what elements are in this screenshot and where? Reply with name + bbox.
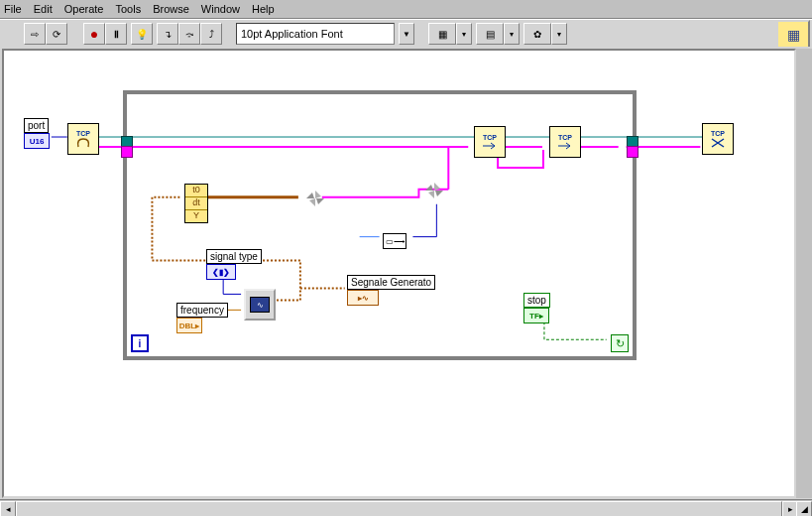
- tcp-label: TCP: [711, 130, 725, 137]
- type-cast-node[interactable]: [422, 180, 446, 201]
- control-frequency[interactable]: frequency DBL▸: [176, 303, 228, 333]
- control-port-terminal[interactable]: U16: [24, 133, 50, 149]
- control-stop[interactable]: stop TF▸: [523, 293, 550, 323]
- simulate-signal-express-vi[interactable]: ∿: [244, 289, 276, 321]
- resize-grip[interactable]: ◢: [796, 501, 812, 516]
- abort-group: ● Ⅱ: [83, 23, 127, 45]
- pinwheel-icon: [303, 188, 327, 209]
- build-waveform-y: Y: [185, 210, 207, 222]
- tcp-close-node[interactable]: TCP: [702, 123, 734, 155]
- menu-help[interactable]: Help: [252, 3, 275, 15]
- step-out-button[interactable]: ⤴: [200, 23, 222, 45]
- tcp-label: TCP: [558, 134, 572, 141]
- run-button[interactable]: ⇨: [24, 23, 46, 45]
- write-arrow-icon: [556, 141, 574, 151]
- tcp-listen-node[interactable]: TCP: [67, 123, 99, 155]
- close-x-icon: [709, 137, 727, 149]
- flatten-to-string-node[interactable]: [303, 188, 327, 209]
- reorder-dropdown[interactable]: ▾: [551, 23, 567, 45]
- scroll-thumb[interactable]: [16, 501, 782, 516]
- vertical-scrollbar[interactable]: [796, 49, 812, 498]
- tunnel-connid-out[interactable]: [627, 146, 638, 158]
- distribute-objects-button[interactable]: ▤: [476, 23, 504, 45]
- distribute-group: ▤▾: [476, 23, 520, 45]
- build-waveform-t0: t0: [185, 185, 207, 197]
- abort-button[interactable]: ●: [83, 23, 105, 45]
- distribute-dropdown[interactable]: ▾: [504, 23, 520, 45]
- while-loop[interactable]: i ↻ t0 dt Y: [123, 90, 637, 360]
- menu-edit[interactable]: Edit: [34, 3, 53, 15]
- control-frequency-terminal[interactable]: DBL▸: [176, 318, 202, 333]
- step-group: ↴ ⤼ ⤴: [157, 23, 222, 45]
- diagram-area: port U16 TCP i ↻ t0 dt: [0, 47, 812, 500]
- menu-operate[interactable]: Operate: [64, 3, 104, 15]
- control-stop-terminal[interactable]: TF▸: [523, 308, 549, 323]
- build-waveform-dt: dt: [185, 197, 207, 210]
- highlight-exec-button[interactable]: 💡: [131, 23, 153, 45]
- control-port-label: port: [24, 118, 49, 133]
- string-length-node[interactable]: ▭⟶: [383, 233, 406, 249]
- tcp-label: TCP: [483, 134, 497, 141]
- control-port[interactable]: port U16: [24, 118, 50, 149]
- indicator-segnale-label: Segnale Generato: [347, 275, 435, 290]
- font-selector[interactable]: 10pt Application Font: [236, 23, 395, 45]
- reorder-button[interactable]: ✿: [523, 23, 551, 45]
- vi-icon[interactable]: ▦: [776, 20, 810, 50]
- loop-iteration-terminal[interactable]: i: [131, 334, 149, 352]
- build-waveform-node[interactable]: t0 dt Y: [184, 184, 208, 223]
- control-stop-label: stop: [523, 293, 550, 308]
- menu-file[interactable]: File: [4, 3, 22, 15]
- express-vi-icon: ∿: [250, 297, 270, 313]
- menu-browse[interactable]: Browse: [153, 3, 189, 15]
- step-over-button[interactable]: ⤼: [178, 23, 200, 45]
- run-group: ⇨ ⟳: [24, 23, 67, 45]
- indicator-segnale-terminal[interactable]: ▸∿: [347, 290, 379, 306]
- block-diagram-canvas[interactable]: port U16 TCP i ↻ t0 dt: [2, 49, 796, 498]
- pause-button[interactable]: Ⅱ: [105, 23, 127, 45]
- tunnel-connid-in[interactable]: [121, 146, 133, 158]
- control-frequency-label: frequency: [176, 303, 228, 318]
- run-continuous-button[interactable]: ⟳: [46, 23, 67, 45]
- menu-window[interactable]: Window: [201, 3, 240, 15]
- step-into-button[interactable]: ↴: [157, 23, 178, 45]
- write-arrow-icon: [481, 141, 499, 151]
- tcp-write-node-2[interactable]: TCP: [549, 126, 581, 158]
- font-dropdown-button[interactable]: ▼: [399, 23, 414, 45]
- menu-tools[interactable]: Tools: [115, 3, 141, 15]
- toolbar: ⇨ ⟳ ● Ⅱ 💡 ↴ ⤼ ⤴ 10pt Application Font ▼ …: [0, 19, 812, 49]
- ear-icon: [74, 137, 92, 149]
- loop-conditional-terminal[interactable]: ↻: [611, 334, 629, 352]
- tcp-write-node-1[interactable]: TCP: [474, 126, 506, 158]
- scroll-left-button[interactable]: ◂: [0, 501, 16, 516]
- reorder-group: ✿▾: [523, 23, 567, 45]
- tcp-label: TCP: [76, 130, 90, 137]
- menu-bar: File Edit Operate Tools Browse Window He…: [0, 0, 812, 19]
- pinwheel-icon: [422, 180, 446, 201]
- control-signal-type-label: signal type: [206, 249, 262, 264]
- control-signal-type-terminal[interactable]: ❮▮❯: [206, 264, 236, 280]
- indicator-segnale-generato[interactable]: Segnale Generato ▸∿: [347, 275, 435, 306]
- align-group: ▦▾: [428, 23, 472, 45]
- align-objects-button[interactable]: ▦: [428, 23, 456, 45]
- control-signal-type[interactable]: signal type ❮▮❯: [206, 249, 262, 280]
- align-dropdown[interactable]: ▾: [456, 23, 472, 45]
- labview-block-diagram-window: { "menu": { "file":"File", "edit":"Edit"…: [0, 0, 812, 516]
- horizontal-scrollbar[interactable]: ◂ ▸ ◢: [0, 499, 812, 516]
